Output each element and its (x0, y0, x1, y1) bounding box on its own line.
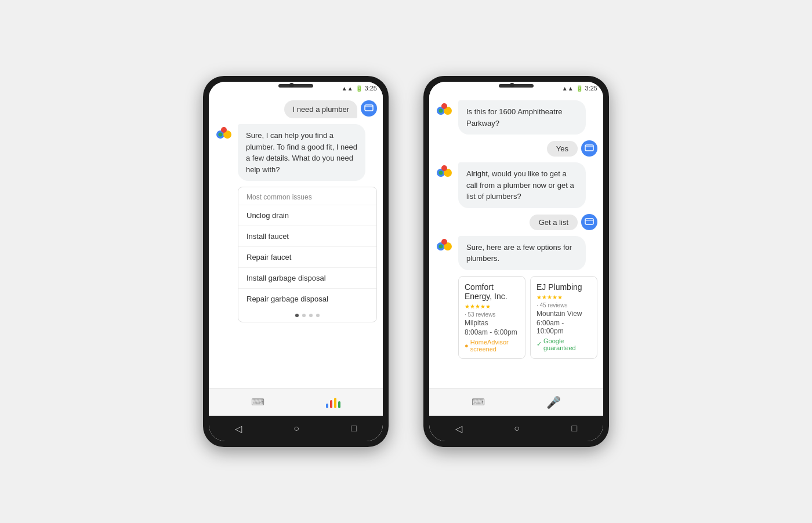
chat-area-2: Is this for 1600 Amphitheatre Parkway? Y… (429, 95, 603, 388)
badge-gg-2: ✓ Google guaranteed (536, 337, 591, 351)
user-yes-reply: Yes (435, 140, 597, 157)
assistant-message-1: Sure, I can help you find a plumber. To … (215, 124, 377, 181)
user-avatar-1 (361, 100, 377, 117)
review-count-1: · 53 reviews (465, 311, 495, 318)
options-header: Most common issues (238, 187, 376, 205)
user-avatar-2 (581, 140, 597, 157)
battery-icon: 🔋 (356, 85, 362, 92)
google-assistant-logo-2c (435, 236, 454, 255)
assistant-bubble-address: Is this for 1600 Amphitheatre Parkway? (458, 100, 586, 135)
svg-rect-16 (585, 219, 593, 224)
home-button-1[interactable]: ○ (293, 423, 299, 434)
stars-1: ★★★★★ (465, 303, 491, 310)
phone-camera-2 (510, 83, 514, 88)
plumber-hours-2: 6:00am - 10:00pm (536, 319, 591, 335)
stars-2: ★★★★★ (536, 294, 563, 300)
plumber-name-1: Comfort Energy, Inc. (465, 282, 519, 301)
option-unclog-drain[interactable]: Unclog drain (238, 205, 376, 226)
plumber-cards-row: Comfort Energy, Inc. ★★★★★ · 53 reviews … (458, 276, 597, 359)
plumber-location-1: Milpitas (465, 319, 519, 327)
option-install-garbage[interactable]: Install garbage disposal (238, 267, 376, 288)
option-repair-faucet[interactable]: Repair faucet (238, 246, 376, 267)
google-assistant-logo-1 (215, 124, 233, 143)
chat-area-1: I need a plumber (209, 95, 383, 388)
plumber-hours-1: 8:00am - 6:00pm (465, 328, 519, 336)
plumber-card-2[interactable]: EJ Plumbing ★★★★★ · 45 reviews Mountain … (530, 276, 597, 359)
option-install-faucet[interactable]: Install faucet (238, 226, 376, 246)
badge-gg-icon: ✓ (536, 340, 542, 348)
options-card[interactable]: Most common issues Unclog drain Install … (238, 187, 377, 322)
plumber-location-2: Mountain View (536, 310, 591, 318)
plumber-name-2: EJ Plumbing (536, 282, 591, 292)
user-avatar-3 (581, 214, 597, 230)
bottom-bar-2: ⌨ 🎤 (429, 388, 603, 416)
svg-point-21 (439, 244, 443, 248)
user-yes-bubble: Yes (547, 141, 578, 157)
svg-rect-0 (365, 105, 373, 111)
user-get-list-bubble: Get a list (530, 215, 578, 230)
user-message-1: I need a plumber (215, 100, 377, 118)
back-button-1[interactable]: ◁ (235, 423, 242, 434)
svg-point-5 (219, 133, 223, 137)
back-button-2[interactable]: ◁ (455, 423, 462, 434)
badge-gg-text: Google guaranteed (543, 337, 591, 351)
svg-point-8 (441, 103, 447, 109)
dot-3 (309, 314, 313, 317)
svg-point-14 (441, 165, 447, 171)
phone-camera (289, 83, 294, 88)
google-assistant-logo-2a (435, 100, 454, 119)
bottom-bar-1: ⌨ (209, 388, 383, 416)
badge-ha-icon: ● (465, 342, 469, 349)
svg-point-15 (439, 171, 443, 175)
battery-icon-2: 🔋 (576, 85, 583, 92)
home-button-2[interactable]: ○ (514, 423, 520, 434)
keyboard-icon-2[interactable]: ⌨ (472, 397, 485, 408)
nav-bar-1: ◁ ○ □ (209, 416, 383, 441)
assistant-bubble-call-list: Alright, would you like to get a call fr… (458, 162, 586, 208)
svg-point-9 (439, 109, 443, 113)
dot-1 (295, 314, 299, 317)
phone-speaker (278, 84, 313, 88)
assistant-here-are-options: Sure, here are a few options for plumber… (435, 236, 597, 270)
user-bubble-1: I need a plumber (284, 100, 357, 118)
time-display-2: 3:25 (585, 85, 597, 92)
option-repair-garbage[interactable]: Repair garbage disposal (238, 288, 376, 309)
assistant-call-or-list: Alright, would you like to get a call fr… (435, 162, 597, 208)
google-assistant-logo-2b (435, 162, 454, 181)
badge-ha-text: HomeAdvisor screened (470, 339, 519, 353)
phone-1: ▲▲ 🔋 3:25 I need a plumber (203, 76, 389, 447)
phone-speaker-2 (499, 84, 534, 88)
recent-button-1[interactable]: □ (351, 423, 357, 434)
svg-rect-10 (585, 145, 593, 151)
phone-2: ▲▲ 🔋 3:25 Is this for 1600 Amphitheatre … (423, 76, 609, 447)
nav-bar-2: ◁ ○ □ (429, 416, 603, 441)
signal-icon-2: ▲▲ (562, 85, 574, 92)
user-get-list-reply: Get a list (435, 214, 597, 230)
dot-2 (302, 314, 306, 317)
google-bars-icon[interactable] (326, 397, 340, 408)
carousel-dots (238, 309, 376, 322)
signal-icon: ▲▲ (342, 85, 353, 92)
review-count-2: · 45 reviews (536, 302, 567, 308)
microphone-icon[interactable]: 🎤 (546, 395, 561, 409)
recent-button-2[interactable]: □ (572, 423, 578, 434)
svg-point-4 (221, 127, 227, 133)
keyboard-icon-1[interactable]: ⌨ (251, 397, 264, 408)
assistant-bubble-options: Sure, here are a few options for plumber… (458, 236, 586, 270)
assistant-bubble-1: Sure, I can help you find a plumber. To … (238, 124, 365, 181)
assistant-address-question: Is this for 1600 Amphitheatre Parkway? (435, 100, 597, 135)
time-display: 3:25 (365, 85, 377, 92)
plumber-card-1[interactable]: Comfort Energy, Inc. ★★★★★ · 53 reviews … (458, 276, 525, 359)
badge-ha-1: ● HomeAdvisor screened (465, 339, 519, 353)
svg-point-20 (441, 239, 447, 245)
dot-4 (316, 314, 320, 317)
